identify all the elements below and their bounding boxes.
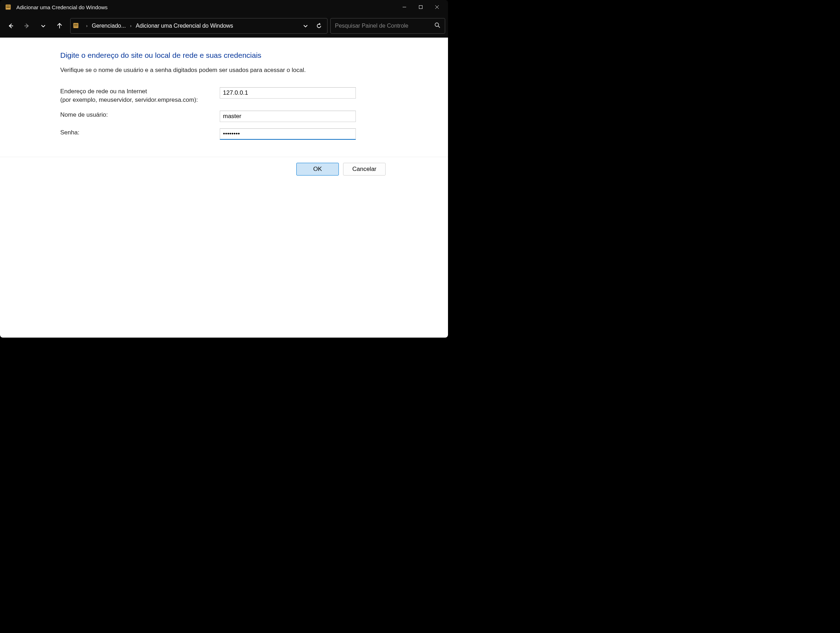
search-input[interactable]	[335, 23, 434, 29]
svg-line-14	[439, 26, 440, 28]
address-bar[interactable]: › Gerenciado... › Adicionar uma Credenci…	[70, 18, 327, 34]
window-title: Adicionar uma Credencial do Windows	[16, 4, 396, 10]
username-row: Nome de usuário:	[60, 111, 427, 122]
chevron-right-icon: ›	[130, 24, 131, 28]
credential-manager-icon	[5, 4, 11, 10]
up-button[interactable]	[52, 18, 67, 34]
svg-rect-4	[419, 6, 423, 9]
username-label: Nome de usuário:	[60, 111, 220, 119]
password-input[interactable]	[220, 128, 356, 140]
cancel-button[interactable]: Cancelar	[343, 163, 385, 176]
breadcrumb-parent[interactable]: Gerenciado...	[92, 23, 126, 29]
forward-button[interactable]	[19, 18, 35, 34]
button-row: OK Cancelar	[0, 157, 448, 176]
maximize-button[interactable]	[412, 0, 429, 14]
minimize-button[interactable]	[396, 0, 412, 14]
navigation-bar: › Gerenciado... › Adicionar uma Credenci…	[0, 14, 448, 38]
username-input[interactable]	[220, 111, 356, 122]
close-button[interactable]	[429, 0, 445, 14]
address-row: Endereço de rede ou na Internet (por exe…	[60, 87, 427, 104]
page-subtitle: Verifique se o nome de usuário e a senha…	[60, 66, 427, 74]
svg-rect-2	[6, 7, 10, 8]
recent-dropdown[interactable]	[35, 18, 51, 34]
breadcrumb-dropdown[interactable]	[300, 18, 311, 34]
password-label: Senha:	[60, 128, 220, 137]
breadcrumb-current[interactable]: Adicionar uma Credencial do Windows	[136, 23, 233, 29]
window-controls	[396, 0, 445, 14]
svg-rect-12	[74, 25, 77, 26]
password-row: Senha:	[60, 128, 427, 140]
titlebar: Adicionar uma Credencial do Windows	[0, 0, 448, 14]
address-label: Endereço de rede ou na Internet (por exe…	[60, 87, 220, 104]
address-input[interactable]	[220, 87, 356, 98]
chevron-right-icon: ›	[86, 24, 88, 28]
search-icon[interactable]	[434, 22, 441, 30]
svg-rect-1	[6, 6, 10, 6]
svg-rect-11	[74, 24, 77, 25]
back-button[interactable]	[3, 18, 19, 34]
content-area: Digite o endereço do site ou local de re…	[0, 38, 448, 338]
svg-point-13	[435, 23, 439, 27]
search-bar[interactable]	[330, 18, 445, 34]
page-title: Digite o endereço do site ou local de re…	[60, 51, 427, 60]
ok-button[interactable]: OK	[296, 163, 339, 176]
credential-manager-icon	[73, 22, 80, 29]
refresh-button[interactable]	[313, 18, 325, 34]
